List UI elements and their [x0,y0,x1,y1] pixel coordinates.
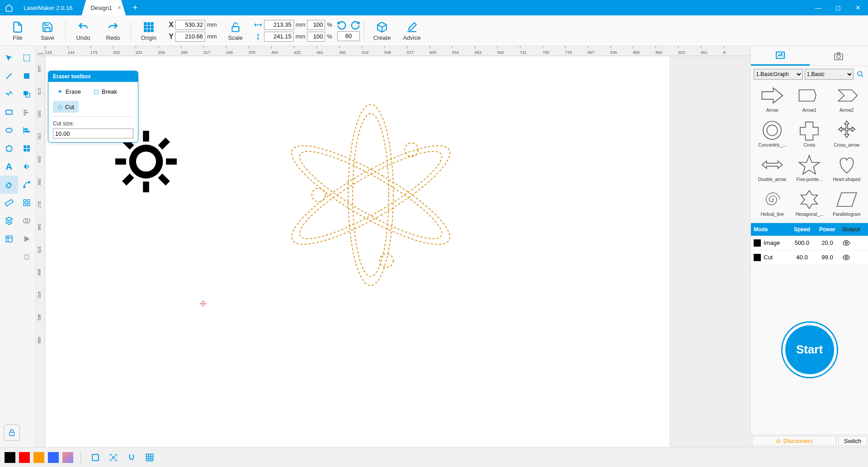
shape-icon [758,119,787,142]
home-button[interactable] [0,0,18,15]
mirror-tool[interactable] [18,157,36,176]
svg-marker-69 [799,90,816,101]
layer-visibility-icon[interactable] [840,239,862,247]
cut-mode-button[interactable]: ◇ Cut [53,101,79,113]
zoom-selection-button[interactable] [106,450,121,465]
erase-mode-button[interactable]: ✦ Erase [53,86,85,97]
snap-button[interactable] [124,450,139,465]
canvas[interactable]: Eraser toolbox ✦ Erase ◻ Break [45,56,750,447]
cut-size-input[interactable] [53,129,133,138]
shape-item[interactable]: Arrow2 [829,84,864,117]
scale-button[interactable]: Scale [222,17,250,44]
rectangle-tool[interactable] [0,103,18,121]
simulate-tool[interactable] [18,230,36,248]
svg-rect-24 [27,145,30,148]
camera-tab[interactable] [810,46,868,66]
shape-item[interactable]: Helical_line [755,188,790,221]
search-shapes-icon[interactable] [855,69,865,79]
color-swatch[interactable] [19,452,30,463]
close-window-button[interactable]: ✕ [848,0,868,15]
grid-tool[interactable] [18,139,36,157]
create-button[interactable]: Create [368,17,396,44]
shape-item[interactable]: Cross [792,119,827,152]
width-pct-input[interactable] [307,20,325,30]
color-swatch[interactable] [33,452,44,463]
file-button[interactable]: File [4,17,32,44]
align-left-tool[interactable] [18,121,36,139]
line-tool[interactable] [0,67,18,85]
combine-tool[interactable] [18,85,36,103]
marquee-tool[interactable] [18,49,36,67]
layer-visibility-icon[interactable] [840,253,862,262]
break-icon: ◻ [94,88,99,95]
shape-icon [795,153,824,176]
burst-tool[interactable] [18,248,36,266]
layers-tool[interactable] [0,212,18,230]
rotate-ccw-icon[interactable] [337,20,347,30]
shape-item[interactable]: Hexagonal_... [792,188,827,221]
save-button[interactable]: Save [33,17,61,44]
advice-button[interactable]: Advice [398,17,426,44]
color-swatch[interactable] [5,452,15,463]
crop-tool[interactable] [0,230,18,248]
add-tab-button[interactable]: + [129,2,141,14]
start-button[interactable]: Start [783,323,837,377]
category-select[interactable]: 1.BasicGraph [754,69,803,80]
close-tab-icon[interactable]: × [118,4,121,11]
redo-button[interactable]: Redo [99,17,127,44]
shape-item[interactable]: Heart-shaped [829,153,864,186]
rotate-input[interactable] [337,31,360,41]
height-pct-input[interactable] [307,32,325,42]
shape-item[interactable]: Cross_arrow [829,119,864,152]
shape-item[interactable]: Arrow1 [792,84,827,117]
layer-row[interactable]: Cut40.099.0 [751,250,868,265]
break-mode-button[interactable]: ◻ Break [89,86,122,97]
weld-tool[interactable] [18,212,36,230]
shape-item[interactable]: Concentric_... [755,119,790,152]
connection-status[interactable]: ⊘ Disconnect [752,436,836,446]
subcategory-select[interactable]: 1.Basic [805,69,854,80]
eraser-tool[interactable] [0,176,18,194]
atom-design-object[interactable] [285,98,457,292]
show-grid-button[interactable] [142,450,157,465]
polygon-tool[interactable] [0,139,18,157]
svg-point-70 [763,121,781,139]
height-input[interactable] [264,32,294,42]
svg-point-18 [6,129,12,133]
shapes-tab[interactable] [751,46,810,66]
gradient-swatch[interactable] [62,452,73,463]
document-tab[interactable]: Design1 × [81,0,126,15]
rotate-cw-icon[interactable] [350,20,360,30]
shape-item[interactable]: Five-pointe... [792,153,827,186]
svg-point-51 [348,105,393,286]
svg-rect-40 [9,432,14,436]
curve-tool[interactable] [0,85,18,103]
fill-tool[interactable] [18,67,36,85]
shapes-library: ArrowArrow1Arrow2Concentric_...CrossCros… [751,82,868,223]
maximize-button[interactable]: ◻ [828,0,848,15]
select-tool[interactable] [0,49,18,67]
svg-point-71 [767,125,777,135]
y-input[interactable] [175,32,205,42]
color-swatch[interactable] [48,452,59,463]
shape-icon [795,84,824,107]
undo-button[interactable]: Undo [69,17,97,44]
shape-item[interactable]: Parallelogram [829,188,864,221]
lock-button[interactable] [4,424,20,441]
width-input[interactable] [264,20,294,30]
align-tool[interactable] [18,103,36,121]
shape-item[interactable]: Double_arrow [755,153,790,186]
layer-row[interactable]: Image500.020.0 [751,236,868,250]
node-edit-tool[interactable] [18,176,36,194]
shape-item[interactable]: Arrow [755,84,790,117]
switch-button[interactable]: Switch [838,436,867,446]
text-tool[interactable]: A [0,157,18,176]
origin-button[interactable]: Origin [135,17,163,44]
svg-rect-17 [24,114,26,115]
array-tool[interactable] [18,194,36,212]
x-input[interactable] [175,20,205,30]
ruler-tool[interactable] [0,194,18,212]
ellipse-tool[interactable] [0,121,18,139]
minimize-button[interactable]: — [808,0,828,15]
fit-screen-button[interactable] [88,450,103,465]
